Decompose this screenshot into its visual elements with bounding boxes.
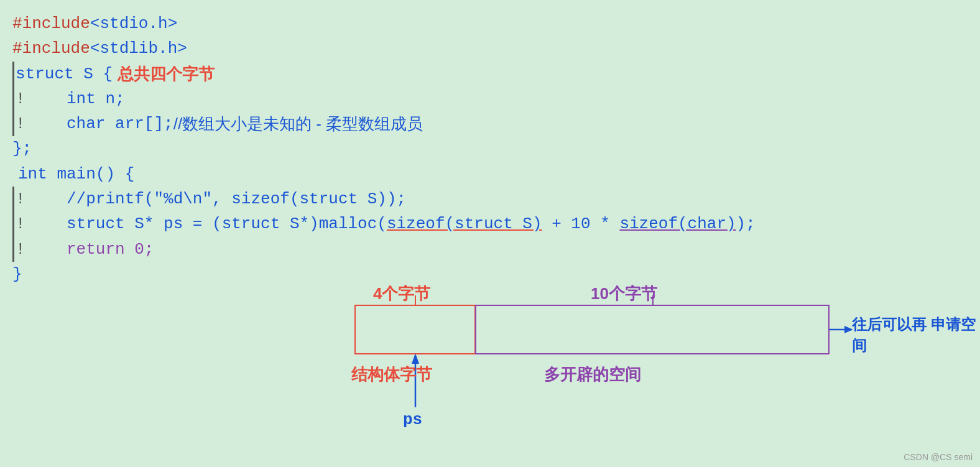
watermark: CSDN @CS semi <box>904 452 973 462</box>
plus-op: + 10 * <box>542 211 620 236</box>
include-directive-1: #include <box>12 11 90 36</box>
code-line-9: ! struct S* ps = (struct S*)malloc(sizeo… <box>12 211 908 236</box>
return-stmt: return 0; <box>28 237 154 262</box>
code-line-4: ! int n; <box>12 86 908 111</box>
memory-box-extra <box>475 305 830 354</box>
line-bar-4: ! <box>12 86 25 111</box>
line-bar-10: ! <box>12 237 25 262</box>
char-comment: //数组大小是未知的 - 柔型数组成员 <box>173 111 423 136</box>
char-keyword: char arr[]; <box>28 111 173 136</box>
main-keyword: int main() { <box>18 162 134 187</box>
code-line-8: ! //printf("%d\n", sizeof(struct S)); <box>12 187 908 211</box>
code-line-10: ! return 0; <box>12 237 908 262</box>
include-file-1: <stdio.h> <box>90 11 177 36</box>
comment-total-bytes: 总共四个字节 <box>118 62 215 86</box>
label-10bytes: 10个字节 <box>591 283 657 305</box>
code-line-7: int main() { <box>12 162 908 187</box>
malloc-close: ); <box>736 211 756 236</box>
label-ps: ps <box>403 410 422 429</box>
code-line-2: #include<stdlib.h> <box>12 36 908 61</box>
line-bar-9: ! <box>12 211 25 236</box>
code-line-1: #include<stdio.h> <box>12 11 908 36</box>
include-file-2: <stdlib.h> <box>90 36 187 61</box>
int-keyword: int n; <box>28 86 125 111</box>
code-line-3: struct S { 总共四个字节 <box>12 62 908 86</box>
struct-keyword: struct S { <box>12 62 113 86</box>
malloc-call: malloc( <box>319 211 387 236</box>
label-4bytes: 4个字节 <box>373 283 430 305</box>
label-extra-space: 多开辟的空间 <box>544 364 641 386</box>
struct-ps-prefix: struct S* ps = (struct S*) <box>28 211 319 236</box>
svg-marker-3 <box>412 353 419 364</box>
code-area: #include<stdio.h> #include<stdlib.h> str… <box>0 0 920 293</box>
include-directive-2: #include <box>12 36 90 61</box>
line-bar-8: ! <box>12 187 25 211</box>
line-bar-5: ! <box>12 111 25 136</box>
arrows-svg <box>0 267 980 466</box>
printf-comment: //printf("%d\n", sizeof(struct S)); <box>28 187 407 211</box>
code-line-5: ! char arr[];//数组大小是未知的 - 柔型数组成员 <box>12 111 908 136</box>
annotation-area: 4个字节 10个字节 结构体字节 多开辟的空间 往后可以再 申请空间 ps <box>0 267 980 466</box>
struct-close: }; <box>12 136 32 161</box>
sizeof-char: sizeof(char) <box>619 211 736 236</box>
label-struct-bytes: 结构体字节 <box>351 364 432 386</box>
label-extend: 往后可以再 申请空间 <box>852 314 980 356</box>
code-line-6: }; <box>12 136 908 161</box>
sizeof-struct: sizeof(struct S) <box>387 211 542 236</box>
memory-box-struct <box>354 305 476 354</box>
